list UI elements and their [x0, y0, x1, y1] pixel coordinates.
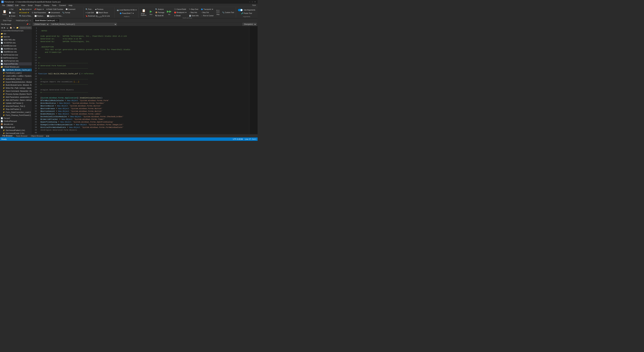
list-item[interactable]: ⚡Add-JobTracker -Name <string> -JobScrip… [2, 99, 32, 102]
maximize-button[interactable]: □ [251, 1, 254, 3]
menu-help[interactable]: Help [67, 4, 74, 7]
add-parameters-button[interactable]: ➕ Add Parameters [30, 11, 47, 14]
list-item[interactable]: 📄5CODFE4.vbs [0, 41, 32, 44]
scope-selector[interactable]: (Global Scope) [33, 23, 49, 26]
close-tab-help[interactable]: ✕ [30, 20, 31, 21]
list-item[interactable]: 📄Add4BiUser.vbs [0, 47, 32, 50]
sign-script-button[interactable]: ✍ Sign script ▼ [18, 8, 33, 11]
stop-button[interactable]: ⬛ Stop [215, 9, 221, 16]
fb-forward-button[interactable]: ▶ [3, 26, 6, 29]
list-item[interactable]: 📦decode.msi [0, 123, 32, 126]
tab-object-browser[interactable]: Object Browser [29, 135, 45, 137]
list-item[interactable]: 📁bin [0, 32, 32, 35]
step-into-button[interactable]: ↓ Step Into [188, 11, 200, 14]
step-over-button[interactable]: ↷ Step Over [188, 8, 200, 11]
fb-back-button[interactable]: ◀ [1, 26, 3, 29]
menu-home[interactable]: Home [6, 4, 14, 7]
fb-new-folder-button[interactable]: 📁 [16, 26, 19, 29]
fb-up-button[interactable]: ▲ [6, 27, 9, 29]
use-arguments-toggle[interactable]: Use Arguments [237, 8, 256, 11]
tracepoint-button[interactable]: 🔷 Tracepoint ▼ [200, 8, 214, 11]
custom-tool-button[interactable]: 🔧 Custom Tool [221, 11, 235, 14]
go-button[interactable]: ▶▶ Go [166, 9, 173, 16]
minimize-button[interactable]: ─ [248, 1, 251, 3]
pin-button[interactable]: 📌 [26, 23, 29, 25]
list-item[interactable]: 📄Add4BiUser.vbs [0, 50, 32, 53]
tab-file-browser[interactable]: File Browser [1, 134, 14, 137]
list-item[interactable]: ⚡buttonBuild_Click () [2, 77, 32, 80]
find-button[interactable]: 🔍 Find... [84, 8, 94, 11]
menu-view[interactable]: View [20, 4, 26, 7]
list-item[interactable]: ⚙AddTempUser.exe [0, 53, 32, 56]
list-item[interactable]: 📄▾ Decode.ps1 [0, 126, 32, 129]
paste-button[interactable]: 📋 Paste [1, 9, 8, 16]
uncomment-button[interactable]: 💬 Uncomment [47, 11, 61, 14]
cut-button[interactable]: ✂ Cut [8, 8, 16, 11]
script-explorer-button[interactable]: 📋 ScriptExplorer [140, 8, 148, 16]
list-item[interactable]: ⚡Process-Syntax (System.Text.StringBuild… [2, 92, 32, 95]
package-button[interactable]: 📦 Package [154, 11, 165, 14]
last-edit-button[interactable]: ↩ Last Edit [84, 11, 95, 14]
fb-refresh-button[interactable]: ↻ [13, 26, 16, 29]
list-item[interactable]: 📄Cor.ps1 [0, 117, 32, 120]
list-item[interactable]: ⚡timerJobTracker_Tick () [2, 105, 32, 108]
list-item[interactable]: ⚙Add4BiUser.exe [0, 44, 32, 47]
list-item[interactable]: ⚡Get-hresultCode () (hr) [2, 132, 32, 134]
list-item[interactable]: 🖼AddTempUser.ico [0, 56, 32, 59]
build-edit-function-button[interactable]: ⚙ Build / Edit Function [45, 8, 64, 11]
build-all-button[interactable]: 🏗 Build All [154, 14, 165, 17]
platform-dropdown[interactable]: 💻 Local Machine 64 Bit ▼ [116, 8, 138, 11]
list-item[interactable]: ⚡Write-File -Path <string> -Value <strin… [2, 86, 32, 89]
list-item[interactable]: ⚡Form_StateCorrection_Load () [2, 111, 32, 114]
close-panel-button[interactable]: ✕ [29, 23, 31, 25]
list-item[interactable]: 📄16017481.vbs [0, 38, 32, 41]
list-item[interactable]: ⚡Build-ModuleCache -Module -Folders <str… [2, 83, 32, 86]
format-button[interactable]: 🔧 Format [61, 11, 71, 14]
powershell-dropdown[interactable]: 🔷 PowerShell 7 ▼ [118, 12, 135, 15]
menu-script[interactable]: Script [26, 4, 34, 7]
erase-button[interactable]: 🗑 Erase [8, 14, 16, 17]
cancel-build-button[interactable]: ⬛ Cancel Build [173, 8, 188, 11]
list-item[interactable]: ⚡Save-Command -Newwriter <System.IO.Stre… [2, 89, 32, 92]
navigation-selector[interactable]: (Navigation) [242, 23, 256, 26]
menu-deploy[interactable]: Deploy [42, 4, 51, 7]
close-button[interactable]: ✕ [254, 1, 256, 3]
list-item[interactable]: ⚡Stop-JobTracker () [2, 108, 32, 111]
save-info-button[interactable]: 💾 Save Info [188, 14, 200, 17]
list-item[interactable]: ⚡Load-ListBox -ListBox <System.Windows.F… [2, 74, 32, 77]
function-selector[interactable]: Call-Build_Module_Cache.psf () [50, 23, 117, 26]
match-brace-button[interactable]: ⬜ Match Brace [95, 11, 109, 14]
tab-help-export[interactable]: HelpExport.ps1 ✕ [14, 18, 33, 22]
list-item[interactable]: 📄CmdLetTest.ps1 [0, 120, 32, 123]
run-to-cursor-button[interactable]: → Run to Cursor [200, 14, 214, 17]
list-item[interactable]: 📁▾ Build Module.ps1 [0, 65, 32, 68]
list-item[interactable]: ⚡Add-Parameters -parameters -filewriter … [2, 95, 32, 99]
comment-button[interactable]: 💬 Comment [64, 8, 76, 11]
tab-start-page[interactable]: Start Page [1, 18, 14, 22]
copy-button[interactable]: 📄 Copy [8, 11, 16, 14]
pester-test-button[interactable]: 🧪 Pester Test [240, 12, 253, 15]
tab-tools-browser[interactable]: Tools Browser [14, 135, 29, 137]
menu-tools[interactable]: Tools [51, 4, 58, 7]
region-button[interactable]: 📌 Region ▼ [33, 8, 45, 11]
list-item[interactable]: ⚡FormEvent_Load () [2, 71, 32, 74]
list-item[interactable]: ⚡Form_Cleanup_FormClosed () [2, 114, 32, 117]
list-item[interactable]: 📄Call-Build_Module_Cache.ps1 () [2, 68, 32, 71]
run-button[interactable]: ▶ Run [148, 9, 154, 16]
collapse-panel-button[interactable]: ◀ [46, 135, 47, 137]
list-item[interactable]: 📁test me [0, 35, 32, 38]
tab-build-module-cache[interactable]: Build Module Cache.ps1 ✕ [33, 18, 60, 22]
previous-button[interactable]: ◀ Previous [94, 8, 104, 11]
menu-file[interactable]: File [1, 4, 6, 7]
list-item[interactable]: ⚡Get-hresultFailed () (hr) [2, 129, 32, 132]
breakpoint-button[interactable]: 🔴 Breakpoint ▼ [173, 11, 188, 14]
convert-button[interactable]: ⇄ Convert ▼ [18, 11, 30, 14]
list-item[interactable]: ⚡Update-JobTracker () [2, 102, 32, 105]
menu-connect[interactable]: Connect [58, 4, 67, 7]
menu-project[interactable]: Project [34, 4, 42, 7]
fb-home-button[interactable]: 🏠 [9, 26, 12, 29]
list-item[interactable]: ⚡Export-ModuleSelection -ModuleSelection… [2, 80, 32, 83]
list-item[interactable]: 📄ArgcountTest.vbs [0, 62, 32, 65]
menu-edit[interactable]: Edit [14, 4, 20, 7]
close-tab-build[interactable]: ✕ [56, 20, 58, 21]
